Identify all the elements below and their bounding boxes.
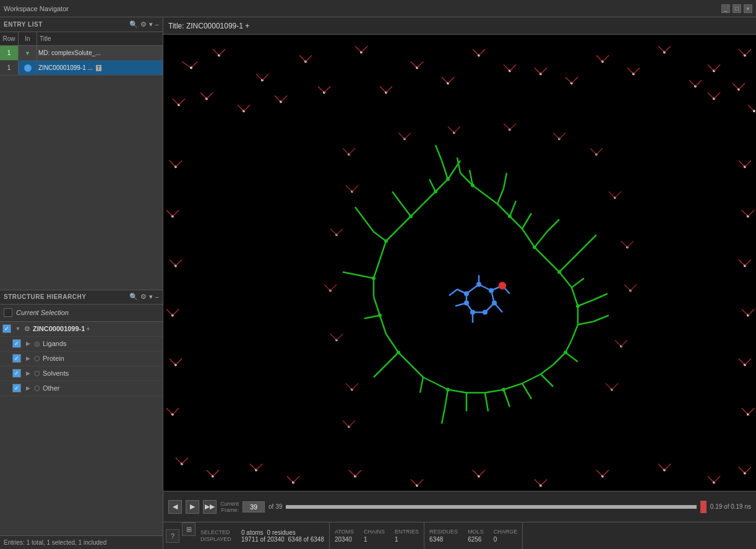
frame-end-marker[interactable] bbox=[700, 501, 707, 513]
hier-checkbox-zinc[interactable]: ✓ bbox=[2, 324, 11, 333]
hierarchy-section: ✓ ▼ ⚙ ZINC00001099-1 + ✓ ▶ ◎ Ligands ✓ ▶… bbox=[0, 322, 163, 536]
minus-icon[interactable]: − bbox=[155, 21, 159, 28]
timeline-container[interactable] bbox=[286, 501, 697, 513]
entry-list-header: ENTRY LIST 🔍 ⚙ ▾ − bbox=[0, 17, 163, 32]
viewer-title: Title: ZINC00001099-1 + bbox=[168, 22, 249, 30]
current-selection-label: Current Selection bbox=[16, 309, 69, 316]
list-item[interactable]: ✓ ▶ ⬡ Protein bbox=[0, 352, 163, 366]
entry-list-title: ENTRY LIST bbox=[4, 21, 129, 28]
total-frames: of 39 bbox=[268, 503, 282, 510]
timeline-fill bbox=[286, 505, 697, 509]
svg-point-230 bbox=[397, 351, 400, 355]
solvents-icon: ⬡ bbox=[34, 370, 40, 378]
list-item[interactable]: ✓ ▼ ⚙ ZINC00001099-1 + bbox=[0, 322, 163, 337]
hier-checkbox-ligands[interactable]: ✓ bbox=[12, 339, 21, 348]
stats-selected-col: SELECTED 0 atoms 0 residues DISPLAYED 19… bbox=[195, 522, 330, 549]
atoms-key: ATOMS bbox=[335, 529, 354, 535]
entry-title-1: MD: complexSolute_... bbox=[38, 50, 101, 56]
table-row[interactable]: 1 ZINC00001099-1 ... T bbox=[0, 61, 163, 76]
frame-colon-text: Frame: bbox=[221, 507, 239, 513]
chains-value: 1 bbox=[364, 536, 367, 543]
svg-point-238 bbox=[471, 184, 475, 188]
svg-point-228 bbox=[372, 277, 376, 280]
mols-key: MOLS bbox=[468, 529, 484, 535]
grid-button[interactable]: ⊞ bbox=[182, 522, 195, 536]
minimize-button[interactable]: _ bbox=[721, 4, 730, 13]
expand-arrow-icon: ▼ bbox=[25, 50, 30, 56]
hier-checkbox-protein[interactable]: ✓ bbox=[12, 354, 21, 363]
next-frame-button[interactable]: ▶▶ bbox=[203, 500, 217, 514]
table-row[interactable]: 1 ▼ MD: complexSolute_... bbox=[0, 46, 163, 61]
other-label: Other bbox=[43, 384, 60, 392]
current-selection-checkbox[interactable] bbox=[4, 308, 12, 317]
hier-header-icons: 🔍 ⚙ ▾ − bbox=[129, 293, 159, 301]
hier-checkbox-other[interactable]: ✓ bbox=[12, 384, 21, 392]
panel-status-text: Entries: 1 total, 1 selected, 1 included bbox=[4, 539, 106, 546]
frame-input[interactable] bbox=[243, 501, 265, 512]
ligands-icon: ◎ bbox=[34, 340, 40, 348]
solvents-label: Solvents bbox=[43, 370, 69, 377]
expand-solvents-button[interactable]: ▶ bbox=[24, 369, 32, 378]
expand-ligands-button[interactable]: ▶ bbox=[24, 339, 32, 348]
protein-icon: ⬡ bbox=[34, 355, 40, 363]
hier-chevron-icon[interactable]: ▾ bbox=[149, 293, 153, 301]
structure-hierarchy-title: STRUCTURE HIERARCHY bbox=[4, 293, 129, 300]
close-button[interactable]: × bbox=[744, 4, 752, 13]
stats-residues-col: RESIDUES 6348 MOLS 6256 CHARGE 0 bbox=[424, 522, 523, 549]
other-icon: ⬡ bbox=[34, 384, 40, 392]
svg-point-227 bbox=[384, 240, 388, 243]
molecule-canvas[interactable] bbox=[163, 35, 756, 491]
svg-point-225 bbox=[434, 190, 437, 194]
selected-atoms-value: 0 atoms bbox=[241, 529, 264, 536]
list-item[interactable]: ✓ ▶ ⬡ Other bbox=[0, 381, 163, 396]
svg-point-257 bbox=[483, 310, 488, 315]
chains-key: CHAINS bbox=[364, 529, 385, 535]
stats-selected-row: SELECTED 0 atoms 0 residues bbox=[200, 529, 324, 536]
svg-point-260 bbox=[464, 292, 469, 296]
list-item[interactable]: ✓ ▶ ◎ Ligands bbox=[0, 337, 163, 352]
cell-title-1: MD: complexSolute_... bbox=[37, 50, 163, 56]
col-title-header: Title bbox=[37, 35, 163, 42]
hier-search-icon[interactable]: 🔍 bbox=[129, 293, 138, 301]
svg-point-59 bbox=[753, 110, 755, 113]
playback-bar: ◀ ▶ ▶▶ Current Frame: of 39 0.19 of 0.19… bbox=[163, 491, 756, 522]
maximize-button[interactable]: □ bbox=[732, 4, 741, 13]
svg-point-231 bbox=[446, 388, 450, 392]
title-bar: Workspace Navigator _ □ × bbox=[0, 0, 756, 17]
molecule-svg bbox=[163, 35, 756, 491]
hier-checkbox-solvents[interactable]: ✓ bbox=[12, 369, 21, 378]
svg-point-229 bbox=[378, 314, 382, 318]
hier-gear-icon[interactable]: ⚙ bbox=[140, 293, 147, 301]
timeline-track[interactable] bbox=[286, 505, 697, 509]
panel-status-bar: Entries: 1 total, 1 selected, 1 included bbox=[0, 535, 163, 549]
entry-badge: T bbox=[96, 65, 102, 71]
svg-point-255 bbox=[489, 288, 494, 293]
entries-value: 1 bbox=[395, 536, 398, 543]
structure-hierarchy-header: STRUCTURE HIERARCHY 🔍 ⚙ ▾ − bbox=[0, 290, 163, 305]
help-button[interactable]: ? bbox=[166, 529, 179, 543]
expand-other-button[interactable]: ▶ bbox=[24, 384, 32, 392]
entries-key: ENTRIES bbox=[395, 529, 419, 535]
viewer-titlebar: Title: ZINC00001099-1 + bbox=[163, 17, 756, 35]
svg-point-259 bbox=[464, 301, 469, 306]
svg-point-235 bbox=[557, 270, 561, 274]
current-selection-row[interactable]: Current Selection bbox=[0, 305, 163, 322]
displayed-atoms-value: 19711 of 20340 bbox=[241, 536, 285, 543]
cell-title-2: ZINC00001099-1 ... T bbox=[37, 64, 163, 71]
prev-frame-button[interactable]: ◀ bbox=[168, 500, 182, 514]
chevron-icon[interactable]: ▾ bbox=[149, 20, 153, 28]
cell-in-2 bbox=[19, 61, 37, 75]
play-button[interactable]: ▶ bbox=[186, 500, 199, 514]
expand-zinc-button[interactable]: ▼ bbox=[14, 324, 22, 333]
search-icon[interactable]: 🔍 bbox=[129, 20, 138, 28]
list-item[interactable]: ✓ ▶ ⬡ Solvents bbox=[0, 366, 163, 381]
mols-value: 6256 bbox=[468, 536, 481, 543]
zinc-label: ZINC00001099-1 bbox=[33, 325, 85, 332]
panel-empty-space bbox=[0, 76, 163, 290]
atoms-value: 20340 bbox=[335, 536, 352, 543]
window-controls[interactable]: _ □ × bbox=[721, 4, 752, 13]
table-header: Row In Title bbox=[0, 32, 163, 46]
expand-protein-button[interactable]: ▶ bbox=[24, 354, 32, 363]
gear-icon[interactable]: ⚙ bbox=[140, 20, 147, 28]
hier-minus-icon[interactable]: − bbox=[155, 293, 159, 301]
